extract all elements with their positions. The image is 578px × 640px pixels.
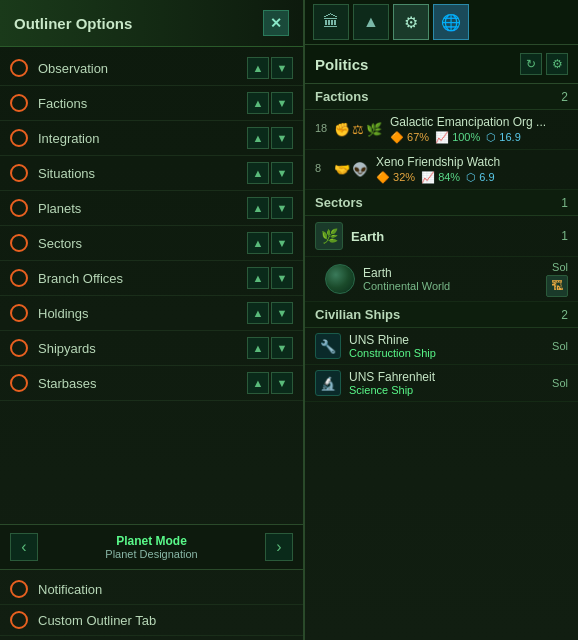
arrow-up-factions[interactable]: ▲ <box>247 92 269 114</box>
outliner-item-holdings[interactable]: Holdings ▲ ▼ <box>0 296 303 331</box>
arrow-up-branch-offices[interactable]: ▲ <box>247 267 269 289</box>
arrow-down-factions[interactable]: ▼ <box>271 92 293 114</box>
faction-icons-0: ✊⚖🌿 <box>334 122 382 137</box>
arrow-up-starbases[interactable]: ▲ <box>247 372 269 394</box>
planet-location: Sol <box>552 261 568 273</box>
outliner-item-factions[interactable]: Factions ▲ ▼ <box>0 86 303 121</box>
outliner-item-planets[interactable]: Planets ▲ ▼ <box>0 191 303 226</box>
item-label-branch-offices: Branch Offices <box>38 271 247 286</box>
close-button[interactable]: ✕ <box>263 10 289 36</box>
planet-info: Earth Continental World <box>363 266 546 292</box>
bottom-label-custom-outliner: Custom Outliner Tab <box>38 613 293 628</box>
sector-planet-count: 1 <box>561 229 568 243</box>
refresh-button[interactable]: ↻ <box>520 53 542 75</box>
faction-left-0: 18 ✊⚖🌿 <box>315 122 382 137</box>
arrow-down-situations[interactable]: ▼ <box>271 162 293 184</box>
arrow-up-situations[interactable]: ▲ <box>247 162 269 184</box>
faction-item-1[interactable]: 8 🤝👽 Xeno Friendship Watch 🔶 32% 📈 84% ⬡… <box>305 150 578 190</box>
arrow-up-integration[interactable]: ▲ <box>247 127 269 149</box>
item-arrows-situations: ▲ ▼ <box>247 162 293 184</box>
ship-item-0[interactable]: 🔧 UNS Rhine Construction Ship Sol <box>305 328 578 365</box>
arrow-down-integration[interactable]: ▼ <box>271 127 293 149</box>
ship-info-0: UNS Rhine Construction Ship <box>349 333 552 359</box>
planet-icon-earth <box>325 264 355 294</box>
planet-mode-bar: ‹ Planet Mode Planet Designation › <box>0 524 303 570</box>
civilian-ships-count: 2 <box>561 308 568 322</box>
item-arrows-observation: ▲ ▼ <box>247 57 293 79</box>
outliner-item-branch-offices[interactable]: Branch Offices ▲ ▼ <box>0 261 303 296</box>
civilian-ships-header: Civilian Ships 2 <box>305 302 578 328</box>
planet-mode-sub: Planet Designation <box>38 548 265 560</box>
item-label-starbases: Starbases <box>38 376 247 391</box>
item-dot-factions <box>10 94 28 112</box>
outliner-item-shipyards[interactable]: Shipyards ▲ ▼ <box>0 331 303 366</box>
bottom-item-notification[interactable]: Notification <box>0 574 303 605</box>
header-icon-gear[interactable]: ⚙ <box>393 4 429 40</box>
faction-approval-1: 🔶 32% <box>376 171 415 184</box>
politics-title: Politics <box>315 56 368 73</box>
outliner-item-sectors[interactable]: Sectors ▲ ▼ <box>0 226 303 261</box>
right-header: 🏛 ▲ ⚙ 🌐 <box>305 0 578 45</box>
ship-item-1[interactable]: 🔬 UNS Fahrenheit Science Ship Sol <box>305 365 578 402</box>
arrow-down-observation[interactable]: ▼ <box>271 57 293 79</box>
ship-info-1: UNS Fahrenheit Science Ship <box>349 370 552 396</box>
arrow-up-planets[interactable]: ▲ <box>247 197 269 219</box>
planet-item-earth[interactable]: Earth Continental World Sol 🏗 <box>305 257 578 302</box>
next-arrow[interactable]: › <box>265 533 293 561</box>
factions-title: Factions <box>315 89 368 104</box>
arrow-down-branch-offices[interactable]: ▼ <box>271 267 293 289</box>
bottom-dot-notification <box>10 580 28 598</box>
planet-right: Sol 🏗 <box>546 261 568 297</box>
faction-stats-1: 🔶 32% 📈 84% ⬡ 6.9 <box>376 171 568 184</box>
arrow-up-holdings[interactable]: ▲ <box>247 302 269 324</box>
ships-container: 🔧 UNS Rhine Construction Ship Sol 🔬 UNS … <box>305 328 578 402</box>
arrow-down-sectors[interactable]: ▼ <box>271 232 293 254</box>
arrow-up-sectors[interactable]: ▲ <box>247 232 269 254</box>
outliner-item-integration[interactable]: Integration ▲ ▼ <box>0 121 303 156</box>
item-arrows-shipyards: ▲ ▼ <box>247 337 293 359</box>
arrow-down-holdings[interactable]: ▼ <box>271 302 293 324</box>
politics-title-bar: Politics ↻ ⚙ <box>305 45 578 84</box>
prev-arrow[interactable]: ‹ <box>10 533 38 561</box>
right-panel: 🏛 ▲ ⚙ 🌐 Politics ↻ ⚙ Factions 2 18 ✊⚖🌿 <box>305 0 578 640</box>
faction-support-1: 📈 84% <box>421 171 460 184</box>
item-arrows-sectors: ▲ ▼ <box>247 232 293 254</box>
arrow-down-starbases[interactable]: ▼ <box>271 372 293 394</box>
header-icon-globe[interactable]: 🌐 <box>433 4 469 40</box>
arrow-up-shipyards[interactable]: ▲ <box>247 337 269 359</box>
item-dot-sectors <box>10 234 28 252</box>
arrow-down-planets[interactable]: ▼ <box>271 197 293 219</box>
header-icon-ships[interactable]: ▲ <box>353 4 389 40</box>
faction-name-1: Xeno Friendship Watch <box>376 155 556 169</box>
item-label-situations: Situations <box>38 166 247 181</box>
ship-type-1: Science Ship <box>349 384 552 396</box>
faction-name-0: Galactic Emancipation Org ... <box>390 115 568 129</box>
ship-name-1: UNS Fahrenheit <box>349 370 552 384</box>
header-icon-buildings[interactable]: 🏛 <box>313 4 349 40</box>
faction-approval-0: 🔶 67% <box>390 131 429 144</box>
faction-left-1: 8 🤝👽 <box>315 162 368 177</box>
planet-name: Earth <box>363 266 546 280</box>
politics-actions: ↻ ⚙ <box>520 53 568 75</box>
sector-item-earth[interactable]: 🌿 Earth 1 <box>305 216 578 257</box>
faction-item-0[interactable]: 18 ✊⚖🌿 Galactic Emancipation Org ... 🔶 6… <box>305 110 578 150</box>
panel-title-text: Outliner Options <box>14 15 132 32</box>
bottom-item-custom-outliner[interactable]: Custom Outliner Tab <box>0 605 303 636</box>
item-arrows-branch-offices: ▲ ▼ <box>247 267 293 289</box>
sector-name: Earth <box>351 229 384 244</box>
close-icon: ✕ <box>270 15 282 31</box>
factions-header: Factions 2 <box>305 84 578 110</box>
arrow-up-observation[interactable]: ▲ <box>247 57 269 79</box>
left-panel: Outliner Options ✕ Observation ▲ ▼ Facti… <box>0 0 305 640</box>
outliner-items-list: Observation ▲ ▼ Factions ▲ ▼ Integration… <box>0 47 303 524</box>
item-arrows-holdings: ▲ ▼ <box>247 302 293 324</box>
planet-build-icon[interactable]: 🏗 <box>546 275 568 297</box>
item-dot-holdings <box>10 304 28 322</box>
settings-button[interactable]: ⚙ <box>546 53 568 75</box>
outliner-item-starbases[interactable]: Starbases ▲ ▼ <box>0 366 303 401</box>
outliner-item-observation[interactable]: Observation ▲ ▼ <box>0 51 303 86</box>
outliner-item-situations[interactable]: Situations ▲ ▼ <box>0 156 303 191</box>
arrow-down-shipyards[interactable]: ▼ <box>271 337 293 359</box>
bottom-label-notification: Notification <box>38 582 293 597</box>
ship-icon-1: 🔬 <box>315 370 341 396</box>
